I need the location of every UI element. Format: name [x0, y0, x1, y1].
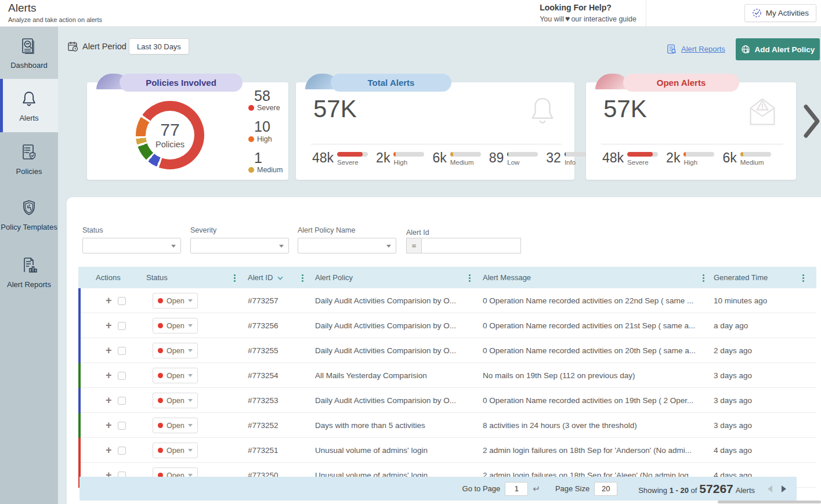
showing-range: 1 - 20: [670, 486, 689, 495]
status-filter-select[interactable]: [82, 238, 181, 253]
divider: [601, 144, 783, 144]
alert-period-button[interactable]: Last 30 Days: [129, 38, 189, 55]
stat-value: 6k: [722, 151, 736, 165]
stat-label: Medium: [740, 159, 771, 166]
severity-stat: 89 Low: [489, 151, 538, 166]
table-row: + Open #773255 Daily Audit Activities Co…: [78, 338, 816, 363]
legend-label: Medium: [257, 166, 283, 174]
alert-policy-name-filter-select[interactable]: [298, 238, 396, 253]
row-checkbox[interactable]: [118, 397, 126, 405]
column-header-alert-id[interactable]: Alert ID: [248, 267, 283, 288]
status-dropdown[interactable]: Open: [153, 368, 198, 383]
status-dot-icon: [158, 348, 163, 353]
sidebar-item-alert-reports[interactable]: Alert Reports: [0, 244, 58, 300]
total-alerts-stats: 48k Severe 2k High 6k Medium 89 Low 32 I…: [312, 151, 595, 166]
column-menu-icon[interactable]: [234, 274, 236, 282]
alert-policy-cell: All Mails Yesterday Comparision: [315, 363, 478, 388]
row-checkbox[interactable]: [118, 372, 126, 380]
alert-id-cell[interactable]: #773254: [248, 363, 279, 388]
sidebar-item-policy-templates[interactable]: Policy Templates: [0, 186, 58, 244]
next-page-icon[interactable]: [782, 485, 790, 492]
expand-row-button[interactable]: +: [106, 288, 112, 313]
table-row: + Open #773254 All Mails Yesterday Compa…: [78, 363, 816, 388]
sidebar-item-policies[interactable]: Policies: [0, 132, 58, 186]
severity-stat: 48k Severe: [312, 151, 368, 166]
previous-page-icon[interactable]: [764, 485, 772, 492]
stat-value: 2k: [376, 151, 390, 165]
sort-desc-icon[interactable]: [277, 273, 283, 282]
alert-id-input[interactable]: [421, 238, 521, 253]
stat-label: High: [683, 159, 714, 166]
sidebar-item-alerts[interactable]: Alerts: [0, 79, 58, 132]
expand-row-button[interactable]: +: [106, 413, 112, 438]
chevron-down-icon: [188, 299, 193, 304]
expand-row-button[interactable]: +: [106, 438, 112, 463]
alert-period-label: Alert Period: [82, 42, 126, 51]
status-dot-icon: [158, 423, 163, 428]
column-menu-icon[interactable]: [802, 274, 804, 282]
page-title: Alerts: [8, 2, 37, 14]
generated-time-cell: 2 days ago: [714, 338, 752, 363]
sidebar-item-label: Policies: [16, 167, 42, 176]
alert-id-cell[interactable]: #773257: [248, 288, 279, 313]
row-checkbox[interactable]: [118, 347, 126, 355]
status-dropdown[interactable]: Open: [153, 293, 198, 309]
sidebar-item-dashboard[interactable]: Dashboard: [0, 27, 58, 79]
alert-id-cell[interactable]: #773251: [248, 438, 279, 463]
equals-operator[interactable]: =: [406, 238, 421, 253]
add-alert-policy-button[interactable]: Add Alert Policy: [736, 38, 820, 60]
expand-row-button[interactable]: +: [106, 338, 112, 363]
sidebar: Dashboard Alerts Policies: [0, 27, 58, 504]
stat-bar: [393, 152, 424, 157]
alert-id-cell[interactable]: #773255: [248, 338, 279, 363]
carousel-next-icon[interactable]: [803, 103, 820, 139]
status-dropdown[interactable]: Open: [153, 318, 198, 333]
help-block[interactable]: Looking For Help? You will♥our interacti…: [540, 3, 636, 23]
alert-id-cell[interactable]: #773256: [248, 313, 279, 338]
column-menu-icon[interactable]: [469, 274, 471, 282]
alert-id-cell[interactable]: #773253: [248, 388, 279, 413]
chevron-down-icon: [188, 424, 193, 429]
column-menu-icon[interactable]: [302, 274, 303, 282]
donut-legend: 58 Severe 10 High 1 Medium: [248, 88, 283, 181]
severity-indicator: [78, 288, 81, 313]
severity-filter-select[interactable]: [190, 238, 289, 253]
help-subtitle: You will♥our interactive guide: [540, 14, 636, 23]
expand-row-button[interactable]: +: [106, 388, 112, 413]
expand-row-button[interactable]: +: [106, 313, 112, 338]
alert-policy-cell: Unusual volume of admins' login: [315, 438, 478, 463]
alerts-bell-icon: [18, 88, 40, 110]
activities-check-icon: [752, 8, 762, 18]
alert-message-cell: 0 Operation Name recorded activities on …: [483, 388, 709, 413]
stat-bar: [683, 152, 714, 157]
column-header-alert-policy: Alert Policy: [315, 267, 353, 288]
alert-policy-cell: Daily Audit Activities Comparision by O.…: [315, 388, 478, 413]
expand-row-button[interactable]: +: [106, 363, 112, 388]
column-menu-icon[interactable]: [703, 274, 704, 282]
my-activities-button[interactable]: My Activities: [744, 4, 816, 22]
legend-value: 10: [248, 119, 283, 134]
horizontal-scrollbar[interactable]: [718, 501, 821, 503]
row-checkbox[interactable]: [118, 447, 126, 455]
policy-templates-icon: [18, 197, 40, 219]
alert-message-cell: 0 Operation Name recorded activities on …: [483, 313, 709, 338]
alert-reports-link[interactable]: Alert Reports: [666, 43, 725, 55]
status-dropdown[interactable]: Open: [153, 418, 198, 433]
status-dropdown[interactable]: Open: [153, 393, 198, 408]
row-checkbox[interactable]: [118, 297, 126, 305]
status-dropdown[interactable]: Open: [153, 443, 198, 458]
sidebar-item-label: Dashboard: [10, 61, 48, 70]
legend-item: 58 Severe: [248, 88, 283, 112]
row-checkbox[interactable]: [118, 422, 126, 430]
row-checkbox[interactable]: [118, 322, 126, 330]
legend-value: 1: [248, 150, 283, 165]
alert-id-cell[interactable]: #773252: [248, 413, 279, 438]
go-to-page-input[interactable]: [505, 482, 528, 496]
status-dropdown[interactable]: Open: [153, 343, 198, 358]
report-doc-icon: [666, 43, 677, 55]
go-to-page-submit-icon[interactable]: ↵: [533, 484, 540, 494]
page-size-input[interactable]: [594, 482, 617, 496]
legend-dot-icon: [248, 136, 254, 142]
alert-policy-cell: Days with more than 5 activities: [315, 413, 478, 438]
card-title: Policies Involved: [120, 74, 243, 92]
